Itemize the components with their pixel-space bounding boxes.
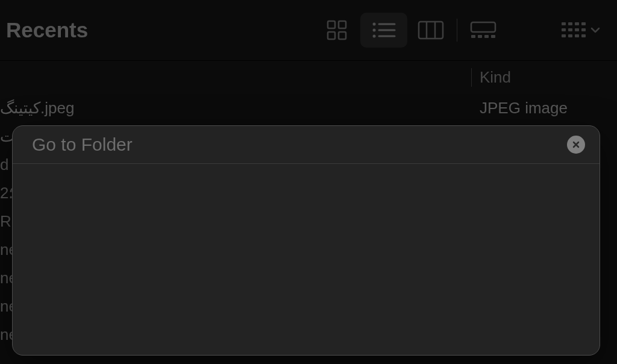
- svg-rect-10: [419, 22, 443, 39]
- file-name: کیتینگ.jpeg: [0, 99, 74, 118]
- svg-rect-19: [568, 22, 572, 25]
- toolbar-divider: [457, 19, 457, 42]
- svg-rect-16: [484, 35, 489, 38]
- svg-rect-18: [562, 22, 566, 25]
- file-name: d: [0, 155, 8, 174]
- svg-rect-15: [478, 35, 482, 38]
- svg-rect-26: [562, 34, 566, 37]
- svg-rect-21: [581, 22, 586, 25]
- icon-view-button[interactable]: [313, 13, 360, 48]
- dialog-close-button[interactable]: [567, 136, 585, 154]
- go-to-folder-dialog: [12, 125, 600, 356]
- go-to-folder-input[interactable]: [32, 134, 526, 155]
- svg-rect-13: [471, 22, 495, 32]
- gallery-view-button[interactable]: [460, 13, 507, 48]
- svg-rect-23: [568, 28, 572, 31]
- svg-rect-0: [328, 21, 335, 28]
- columns-icon: [418, 20, 444, 40]
- group-controls[interactable]: [560, 21, 600, 39]
- svg-rect-24: [575, 28, 579, 31]
- close-icon: [572, 140, 580, 149]
- view-controls: [313, 13, 507, 48]
- file-row[interactable]: کیتینگ.jpeg JPEG image: [0, 94, 617, 122]
- svg-rect-17: [491, 35, 495, 38]
- svg-rect-20: [575, 22, 579, 25]
- file-kind: JPEG image: [480, 99, 568, 118]
- group-icon: [560, 21, 586, 39]
- svg-rect-3: [339, 32, 346, 39]
- list-icon: [372, 21, 396, 39]
- svg-rect-25: [581, 28, 586, 31]
- svg-rect-1: [339, 21, 346, 28]
- toolbar: Recents: [0, 0, 617, 60]
- svg-rect-14: [471, 35, 475, 38]
- svg-rect-2: [328, 32, 335, 39]
- window-title: Recents: [6, 18, 88, 42]
- column-header-row: Kind: [0, 60, 617, 94]
- svg-point-8: [373, 35, 376, 38]
- grid-icon: [326, 19, 348, 41]
- svg-rect-22: [562, 28, 566, 31]
- column-kind-header[interactable]: Kind: [480, 68, 511, 87]
- chevron-down-icon: [590, 27, 600, 33]
- file-name: R: [0, 212, 11, 231]
- svg-point-4: [373, 23, 376, 26]
- svg-point-6: [373, 29, 376, 32]
- list-view-button[interactable]: [360, 13, 407, 48]
- column-view-button[interactable]: [407, 13, 454, 48]
- svg-rect-29: [581, 34, 586, 37]
- svg-rect-27: [568, 34, 572, 37]
- gallery-icon: [470, 21, 496, 39]
- svg-rect-28: [575, 34, 579, 37]
- dialog-header: [13, 126, 600, 164]
